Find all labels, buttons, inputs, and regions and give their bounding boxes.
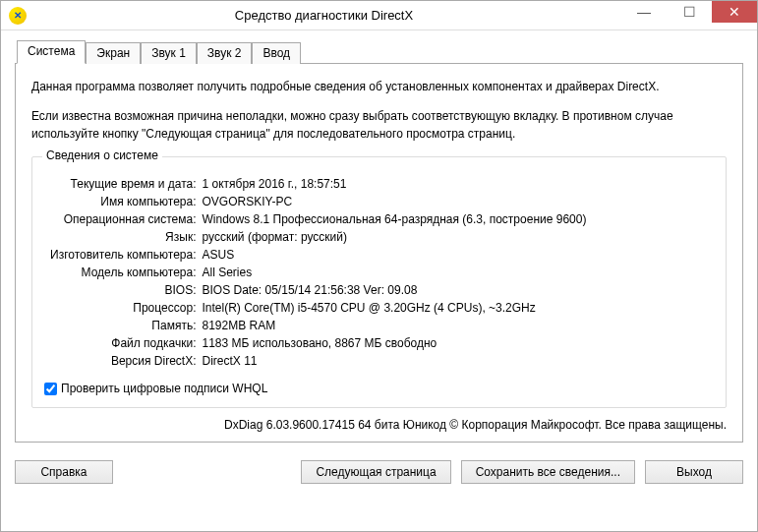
- system-info-fieldset: Сведения о системе Текущие время и дата:…: [31, 156, 727, 408]
- info-row: Файл подкачки:1183 МБ использовано, 8867…: [50, 334, 586, 352]
- info-label: Изготовитель компьютера:: [50, 246, 203, 264]
- info-label: Модель компьютера:: [50, 264, 203, 281]
- info-value: All Series: [203, 264, 587, 281]
- info-value: BIOS Date: 05/15/14 21:56:38 Ver: 09.08: [203, 281, 587, 299]
- info-row: Модель компьютера:All Series: [50, 264, 586, 281]
- titlebar: Средство диагностики DirectX — ☐ ✕: [1, 1, 757, 30]
- intro-text-1: Данная программа позволяет получить подр…: [31, 78, 727, 95]
- exit-button[interactable]: Выход: [645, 460, 743, 484]
- footer-text: DxDiag 6.03.9600.17415 64 бита Юникод © …: [31, 418, 727, 432]
- info-row: Память:8192MB RAM: [50, 317, 586, 334]
- tab-panel: Данная программа позволяет получить подр…: [15, 64, 743, 443]
- next-page-button[interactable]: Следующая страница: [301, 460, 450, 484]
- window-title: Средство диагностики DirectX: [27, 8, 621, 23]
- intro-text-2: Если известна возможная причина неполадк…: [31, 107, 727, 143]
- info-value: Windows 8.1 Профессиональная 64-разрядна…: [203, 210, 587, 228]
- minimize-button[interactable]: —: [621, 1, 667, 23]
- content-area: Система Экран Звук 1 Звук 2 Ввод Данная …: [1, 30, 757, 452]
- info-label: Файл подкачки:: [50, 334, 203, 352]
- info-row: Изготовитель компьютера:ASUS: [50, 246, 586, 264]
- info-row: Версия DirectX:DirectX 11: [50, 352, 586, 370]
- info-value: русский (формат: русский): [203, 228, 587, 246]
- info-row: Текущие время и дата:1 октября 2016 г., …: [50, 175, 586, 193]
- info-row: Имя компьютера:OVGORSKIY-PC: [50, 193, 586, 210]
- tab-input[interactable]: Ввод: [252, 42, 301, 64]
- info-label: Имя компьютера:: [50, 193, 203, 210]
- info-row: Процессор:Intel(R) Core(TM) i5-4570 CPU …: [50, 299, 586, 317]
- info-label: Операционная система:: [50, 210, 203, 228]
- tab-sound2[interactable]: Звук 2: [197, 42, 253, 64]
- button-bar: Справка Следующая страница Сохранить все…: [1, 452, 757, 496]
- info-label: Язык:: [50, 228, 203, 246]
- info-label: Текущие время и дата:: [50, 175, 203, 193]
- info-label: Память:: [50, 317, 203, 334]
- fieldset-legend: Сведения о системе: [42, 148, 162, 162]
- window-controls: — ☐ ✕: [621, 1, 757, 30]
- tab-display[interactable]: Экран: [86, 42, 141, 64]
- info-label: Версия DirectX:: [50, 352, 203, 370]
- info-row: Язык:русский (формат: русский): [50, 228, 586, 246]
- info-label: BIOS:: [50, 281, 203, 299]
- tabstrip: Система Экран Звук 1 Звук 2 Ввод: [15, 40, 743, 64]
- spacer: [123, 460, 291, 484]
- tab-system[interactable]: Система: [17, 40, 86, 64]
- info-value: ASUS: [203, 246, 587, 264]
- dxdiag-icon: [9, 7, 27, 25]
- info-label: Процессор:: [50, 299, 203, 317]
- info-value: 8192MB RAM: [203, 317, 587, 334]
- info-row: BIOS:BIOS Date: 05/15/14 21:56:38 Ver: 0…: [50, 281, 586, 299]
- maximize-button[interactable]: ☐: [667, 1, 712, 23]
- info-value: DirectX 11: [203, 352, 587, 370]
- info-row: Операционная система:Windows 8.1 Професс…: [50, 210, 586, 228]
- whql-checkbox-label: Проверить цифровые подписи WHQL: [61, 382, 267, 395]
- info-table: Текущие время и дата:1 октября 2016 г., …: [50, 175, 586, 370]
- info-value: Intel(R) Core(TM) i5-4570 CPU @ 3.20GHz …: [203, 299, 587, 317]
- info-value: 1183 МБ использовано, 8867 МБ свободно: [203, 334, 587, 352]
- info-value: OVGORSKIY-PC: [203, 193, 587, 210]
- dxdiag-window: Средство диагностики DirectX — ☐ ✕ Систе…: [0, 0, 758, 532]
- save-all-button[interactable]: Сохранить все сведения...: [461, 460, 635, 484]
- help-button[interactable]: Справка: [15, 460, 113, 484]
- info-value: 1 октября 2016 г., 18:57:51: [203, 175, 587, 193]
- close-button[interactable]: ✕: [712, 1, 757, 23]
- whql-checkbox-row: Проверить цифровые подписи WHQL: [44, 382, 714, 395]
- tab-sound1[interactable]: Звук 1: [141, 42, 197, 64]
- whql-checkbox[interactable]: [44, 383, 57, 395]
